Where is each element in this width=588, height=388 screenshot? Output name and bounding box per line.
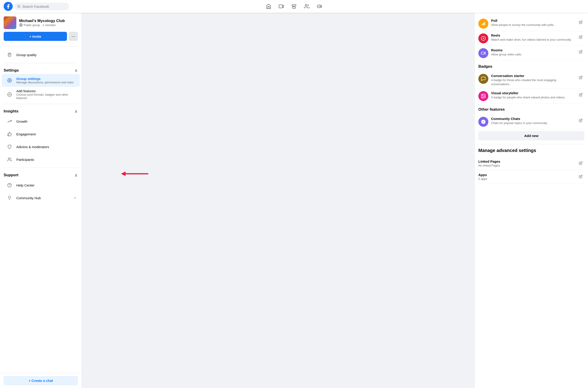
- rooms-name: Rooms: [491, 48, 574, 52]
- sidebar-item-participants[interactable]: Participants: [2, 153, 80, 166]
- lightbulb-icon: [7, 195, 12, 200]
- more-options-button[interactable]: ···: [69, 32, 78, 41]
- conversation-starter-edit-button[interactable]: [577, 74, 584, 81]
- visual-storyteller-name: Visual storyteller: [491, 91, 574, 95]
- sidebar-item-group-quality[interactable]: Group quality: [2, 48, 80, 61]
- help-icon: [5, 181, 14, 189]
- group-name: Michael's Mycology Club: [19, 19, 65, 23]
- community-chats-icon: [478, 117, 488, 127]
- sidebar-item-engagement[interactable]: Engagement: [2, 128, 80, 140]
- facebook-logo: [4, 2, 13, 11]
- reels-name: Reels: [491, 33, 574, 37]
- sidebar-item-growth[interactable]: Growth: [2, 115, 80, 128]
- facebook-logo-icon: [5, 4, 11, 9]
- linked-pages-label: Linked Pages: [478, 159, 577, 163]
- rooms-icon: [478, 48, 488, 58]
- pencil-icon-2: [579, 35, 583, 39]
- poll-name: Poll: [491, 19, 574, 23]
- sidebar-item-community-hub[interactable]: Community Hub ↗: [2, 192, 80, 204]
- groups-nav-button[interactable]: [301, 1, 312, 12]
- svg-rect-25: [484, 22, 485, 25]
- group-meta: Public group · 1 member: [19, 23, 65, 27]
- insights-toggle[interactable]: ∧: [74, 109, 78, 114]
- svg-point-16: [9, 80, 10, 81]
- linked-pages-text: Linked Pages No linked Pages: [478, 159, 577, 167]
- pencil-icon-7: [579, 161, 583, 165]
- gaming-icon: [317, 4, 322, 9]
- engagement-icon: [5, 130, 14, 138]
- poll-svg-icon: [481, 21, 486, 26]
- conversation-starter-text: Conversation starter A badge for those w…: [491, 74, 574, 86]
- poll-icon: [478, 19, 488, 29]
- thumbsup-icon: [7, 132, 12, 136]
- feature-item-community-chats: Community Chats Chats for popular topics…: [478, 115, 584, 129]
- add-features-text: Add features Choose post formats, badges…: [16, 89, 76, 100]
- apps-text: Apps 2 apps: [478, 173, 577, 181]
- pencil-icon: [579, 21, 583, 24]
- invite-button[interactable]: + Invite: [4, 32, 67, 41]
- community-chats-edit-button[interactable]: [577, 117, 584, 124]
- content-area: [82, 13, 475, 388]
- search-bar[interactable]: [15, 3, 69, 10]
- settings-title: Settings: [4, 68, 19, 73]
- question-circle-icon: [7, 183, 12, 187]
- visual-storyteller-icon: [478, 91, 488, 101]
- reels-edit-button[interactable]: [577, 33, 584, 41]
- participants-icon: [5, 155, 14, 164]
- insights-title: Insights: [4, 109, 18, 114]
- store-nav-button[interactable]: [289, 1, 299, 12]
- add-new-button[interactable]: Add new: [478, 131, 584, 140]
- divider-2: [4, 63, 78, 63]
- svg-point-10: [320, 6, 321, 7]
- nav-center: [85, 1, 503, 12]
- support-title: Support: [4, 173, 18, 177]
- svg-rect-28: [481, 52, 484, 54]
- rooms-text: Rooms Allow group video calls.: [491, 48, 574, 57]
- sidebar-item-help-center[interactable]: Help Center: [2, 179, 80, 192]
- poll-edit-button[interactable]: [577, 19, 584, 26]
- group-quality-label: Group quality: [16, 53, 37, 57]
- conversation-starter-desc: A badge for those who created the most e…: [491, 78, 574, 86]
- feature-item-conversation-starter: Conversation starter A badge for those w…: [478, 72, 584, 89]
- conversation-starter-icon: [478, 74, 488, 84]
- sidebar-item-group-settings[interactable]: Group settings Manage discussions, permi…: [2, 74, 80, 87]
- arrow-annotation-left: [121, 170, 148, 177]
- svg-marker-22: [121, 171, 126, 176]
- visual-storyteller-desc: A badge for people who share valued phot…: [491, 96, 574, 99]
- svg-rect-4: [293, 7, 295, 8]
- groups-icon: [304, 4, 309, 9]
- search-icon: [17, 4, 21, 8]
- left-sidebar: Michael's Mycology Club Public group · 1…: [0, 13, 82, 388]
- gear-icon: [7, 78, 12, 83]
- visual-storyteller-edit-button[interactable]: [577, 91, 584, 98]
- image-badge-icon: [481, 94, 486, 98]
- poll-text: Poll Allow people to survey the communit…: [491, 19, 574, 27]
- gaming-nav-button[interactable]: [314, 1, 325, 12]
- video-nav-button[interactable]: [276, 1, 287, 12]
- svg-point-5: [305, 4, 307, 6]
- svg-line-1: [20, 7, 20, 8]
- linked-pages-edit-button[interactable]: [577, 159, 584, 167]
- create-chat-button[interactable]: + Create a chat: [4, 376, 78, 385]
- settings-toggle[interactable]: ∧: [74, 68, 78, 73]
- group-avatar: [4, 16, 16, 29]
- community-chats-desc: Chats for popular topics in your communi…: [491, 121, 574, 125]
- feature-item-reels: Reels Watch and make short, fun videos t…: [478, 31, 584, 46]
- support-toggle[interactable]: ∧: [74, 172, 78, 178]
- feature-item-poll: Poll Allow people to survey the communit…: [478, 16, 584, 31]
- support-section-header: Support ∧: [0, 170, 82, 179]
- chat-badge-icon: [481, 76, 486, 81]
- search-input[interactable]: [22, 4, 66, 8]
- growth-label: Growth: [16, 120, 27, 123]
- sidebar-item-add-features[interactable]: Add features Choose post formats, badges…: [2, 87, 80, 102]
- community-hub-label: Community Hub: [16, 196, 41, 200]
- pencil-icon-6: [579, 119, 583, 122]
- home-nav-button[interactable]: [263, 1, 274, 12]
- reels-icon: [478, 33, 488, 43]
- rooms-edit-button[interactable]: [577, 48, 584, 55]
- apps-edit-button[interactable]: [577, 173, 584, 180]
- participants-label: Participants: [16, 158, 34, 162]
- sidebar-footer: + Create a chat: [0, 373, 82, 388]
- reels-desc: Watch and make short, fun videos tailore…: [491, 38, 574, 42]
- sidebar-item-admins[interactable]: Admins & moderators: [2, 140, 80, 153]
